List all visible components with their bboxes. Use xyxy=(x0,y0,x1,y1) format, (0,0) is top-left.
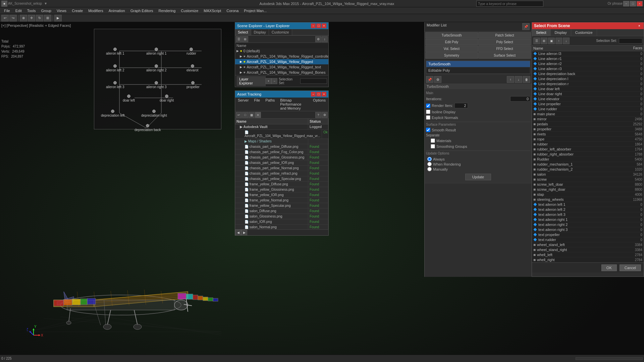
toolbar-scale[interactable]: ⊞ xyxy=(44,15,51,21)
at-btn-4[interactable]: ≡ xyxy=(255,112,261,118)
render-iters-check[interactable] xyxy=(426,104,430,108)
smooth-result-check[interactable] xyxy=(426,128,430,132)
se-filter-btn[interactable]: ☰ xyxy=(236,36,242,42)
sfs-item-line-doar-right[interactable]: 🔷Line doar right0 xyxy=(532,92,644,97)
node-depreciation-left[interactable]: depreciation left xyxy=(101,110,125,117)
menu-modifiers[interactable]: Modifiers xyxy=(86,8,106,13)
at-close[interactable]: × xyxy=(322,92,326,97)
sfs-item-text-ar1[interactable]: 🔷text aileron right 10 xyxy=(532,217,644,222)
sfs-item-text-ar2[interactable]: 🔷text aileron right 20 xyxy=(532,222,644,227)
at-menu-server[interactable]: Server xyxy=(235,98,251,111)
mod-btn-ffd-select[interactable]: FFD Select xyxy=(478,46,531,52)
mod-btn-symmetry[interactable]: Symmetry xyxy=(425,52,478,59)
tab-display[interactable]: Display xyxy=(251,29,269,35)
scene-explorer-list[interactable]: ▶ ■ 0 (default) ▶ ■ Aircraft_PZL_104_Wil… xyxy=(235,48,328,75)
schematic-view[interactable]: aileron left 1 aileron right 1 rudder ai… xyxy=(94,29,221,129)
scene-explorer-maximize[interactable]: □ xyxy=(316,23,321,28)
node-depreciation-back[interactable]: depreciation back xyxy=(135,124,161,132)
sfs-item-line-rudder[interactable]: 🔷Line rudder0 xyxy=(532,107,644,112)
node-aileron-right-3[interactable]: aileron right 3 xyxy=(146,81,167,89)
sfs-btn-5[interactable]: ↓ xyxy=(563,38,570,44)
sfs-ok-btn[interactable]: OK xyxy=(601,264,617,271)
sfs-tab-select[interactable]: Select xyxy=(532,29,551,36)
mod-delete-icon[interactable]: 🗑 xyxy=(523,76,530,83)
sfs-item-rudder-mech-1[interactable]: ◼rudder_mechanism_1584 xyxy=(532,162,644,167)
update-always-radio[interactable] xyxy=(427,157,432,161)
se-row-text[interactable]: ▶ ■ Aircraft_PZL_104_Wilga_Yellow_Rigged… xyxy=(235,64,328,70)
menu-edit[interactable]: Edit xyxy=(13,8,24,13)
sfs-item-steering[interactable]: ◼steering_wheels11968 xyxy=(532,197,644,202)
timeline-bar[interactable] xyxy=(576,357,643,360)
se-row-bones[interactable]: ▶ ■ Aircraft_PZL_104_Wilga_Yellow_Rigged… xyxy=(235,70,328,75)
menu-group[interactable]: Group xyxy=(38,8,54,13)
toolbar-rotate[interactable]: ↻ xyxy=(36,15,43,21)
sfs-item-wheel-stand-left[interactable]: ◼wheel_stand_left3384 xyxy=(532,242,644,247)
isoline-check[interactable] xyxy=(426,110,430,114)
sfs-item-rubber[interactable]: ◼rubber1864 xyxy=(532,142,644,147)
menu-tools[interactable]: Tools xyxy=(24,8,39,13)
mod-btn-surface-select[interactable]: Surface Select xyxy=(478,52,531,59)
menu-graph-editors[interactable]: Graph Editors xyxy=(128,8,156,13)
mod-pin-icon[interactable]: 📌 xyxy=(426,76,433,83)
se-sort-btn[interactable]: ↕ xyxy=(322,36,328,42)
at-nav-prev[interactable]: ◀ xyxy=(235,230,241,236)
at-maximize[interactable]: □ xyxy=(316,92,321,97)
sfs-item-line-aileron-r2[interactable]: 🔷Line aileron r20 xyxy=(532,61,644,66)
sfs-btn-3[interactable]: ▣ xyxy=(548,38,555,44)
sfs-item-rubber-left[interactable]: ◼rubber_left_absorber1764 xyxy=(532,147,644,152)
maximize-btn[interactable]: □ xyxy=(630,1,636,6)
sfs-btn-2[interactable]: ⊞ xyxy=(541,38,547,44)
sfs-item-stap[interactable]: ◼stap4006 xyxy=(532,192,644,197)
materials-check[interactable] xyxy=(431,138,435,143)
at-file-16[interactable]: 📄 salon_Normal.pngFound xyxy=(235,225,328,229)
sfs-item-rope[interactable]: ◼rope4750 xyxy=(532,137,644,142)
sfs-item-mirror[interactable]: ◼mirror2496 xyxy=(532,117,644,122)
sfs-item-salon[interactable]: ◼salon34126 xyxy=(532,172,644,177)
mod-btn-edit-poly[interactable]: Edit Poly xyxy=(425,39,478,45)
sfs-item-text-prop[interactable]: 🔷text propeller0 xyxy=(532,232,644,237)
sfs-item-pedals[interactable]: ◼pedals25292 xyxy=(532,122,644,127)
scene-explorer-close[interactable]: × xyxy=(322,23,326,28)
sfs-item-line-aileron-r3[interactable]: 🔷Line aileron r30 xyxy=(532,66,644,71)
mod-btn-vol-select[interactable]: Vol. Select xyxy=(425,46,478,52)
at-file-9[interactable]: 📄 frame_yellow_Glossiness.pngFound xyxy=(235,187,328,192)
sfs-tab-display[interactable]: Display xyxy=(551,29,571,36)
tab-select[interactable]: Select xyxy=(235,29,251,35)
at-aircraft-file-row[interactable]: 📄 Aircraft_PZL_104_Wilga_Yellow_Rigged_m… xyxy=(235,130,328,139)
node-depreciation-right[interactable]: depreciation right xyxy=(141,110,167,117)
menu-maxscript[interactable]: MAXScript xyxy=(201,8,224,13)
at-file-12[interactable]: 📄 frame_yellow_Specular.pngFound xyxy=(235,203,328,208)
sfs-item-line-elevator[interactable]: 🔷Line elevator0 xyxy=(532,97,644,102)
se-del-btn[interactable]: − xyxy=(271,78,277,84)
menu-project-man[interactable]: Project Man... xyxy=(241,8,269,13)
menu-file[interactable]: File xyxy=(1,8,13,13)
node-aileron-left-2[interactable]: aileron left 2 xyxy=(106,64,124,72)
at-file-1[interactable]: 📄 chassis_part_yellow_Diffuse.pngFound xyxy=(235,144,328,149)
sfs-item-whell-left[interactable]: ◼whell_left2784 xyxy=(532,252,644,257)
minimize-btn[interactable]: − xyxy=(623,1,629,6)
sfs-selection-set-input[interactable] xyxy=(619,38,642,44)
toolbar-move[interactable]: ✛ xyxy=(28,15,35,21)
sfs-item-propeller[interactable]: ◼propeller3488 xyxy=(532,127,644,132)
modifier-pin-btn[interactable]: 📌 xyxy=(522,23,530,30)
mod-btn-poly-select[interactable]: Poly Select xyxy=(478,39,531,45)
at-file-11[interactable]: 📄 frame_yellow_Normal.pngFound xyxy=(235,198,328,203)
sfs-item-line-doar-left[interactable]: 🔷Line doar left0 xyxy=(532,86,644,92)
sfs-btn-4[interactable]: ↑ xyxy=(555,38,562,44)
sfs-item-wheel-stand-right[interactable]: ◼wheel_stand_right3384 xyxy=(532,247,644,252)
se-options-btn[interactable]: ⚙ xyxy=(315,36,321,42)
tab-customize[interactable]: Customize xyxy=(269,29,292,35)
iterations-input[interactable] xyxy=(510,96,530,102)
node-doar-right[interactable]: doar right xyxy=(160,95,174,102)
at-options-btn[interactable]: ⚙ xyxy=(322,112,328,118)
at-file-8[interactable]: 📄 frame_yellow_Diffuse.pngFound xyxy=(235,182,328,187)
se-selection-set-input[interactable] xyxy=(300,78,327,84)
sfs-item-screw-right[interactable]: ◼screw_right_doar8800 xyxy=(532,187,644,192)
smoothing-check[interactable] xyxy=(431,144,435,148)
mod-configure-icon[interactable]: ⚙ xyxy=(434,76,441,83)
mod-btn-turbosmooth[interactable]: TurboSmooth xyxy=(425,32,478,39)
node-rudder[interactable]: rudder xyxy=(186,48,196,55)
mod-btn-patch-select[interactable]: Patch Select xyxy=(478,32,531,39)
at-file-15[interactable]: 📄 salon_IOR.pngFound xyxy=(235,219,328,225)
at-file-2[interactable]: 📄 chassis_part_yellow_Fog_Color.pngFound xyxy=(235,149,328,155)
